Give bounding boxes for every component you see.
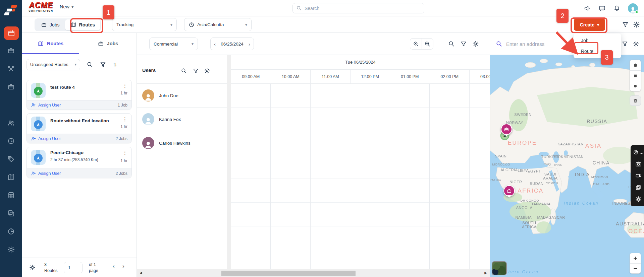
workspace-dropdown[interactable]: New ▾ (60, 4, 74, 9)
gear-icon[interactable] (29, 264, 36, 271)
announcements-icon[interactable] (584, 5, 591, 12)
tab-jobs[interactable]: Jobs (36, 19, 65, 30)
sidebar-item-teams[interactable] (0, 114, 22, 132)
prev-day-icon[interactable]: ‹ (214, 41, 216, 47)
user-avatar[interactable] (628, 3, 638, 13)
sidebar-item-jobs[interactable] (0, 42, 22, 60)
map-label: MOROCCO (492, 162, 510, 166)
prev-page-icon[interactable]: ‹ (113, 263, 115, 270)
explore-icon[interactable]: … (631, 146, 644, 158)
map-label: ALGERIA (500, 168, 518, 172)
gear-icon[interactable] (633, 21, 640, 28)
users-vertical-scrollbar[interactable] (227, 55, 231, 269)
routes-filter-select[interactable]: Unassigned Routes ▾ (26, 59, 80, 70)
sidebar-item-invoices[interactable] (0, 186, 22, 204)
draw-circle-icon[interactable] (630, 81, 641, 91)
route-icon (31, 83, 46, 98)
panel-tab-jobs[interactable]: Jobs (79, 33, 137, 54)
sidebar-item-assets[interactable] (0, 78, 22, 96)
time-slot: 09:00 AM (231, 70, 271, 83)
routes-pagination: 3 Routes of 1 page ‹ › (22, 258, 137, 277)
map-label: ASIA (585, 143, 602, 149)
draw-polygon-icon[interactable] (630, 60, 641, 70)
kebab-menu-icon[interactable]: ⋮ (122, 83, 127, 89)
gear-icon[interactable] (204, 68, 210, 74)
next-day-icon[interactable]: › (249, 41, 250, 47)
assign-user-link[interactable]: Assign User (31, 171, 61, 176)
timezone-select[interactable]: Asia/Calcutta ▾ (184, 18, 252, 31)
sort-icon[interactable]: ↑↓ (113, 62, 116, 68)
annotation-badge-2: 2 (556, 9, 569, 23)
routes-panel: Routes Jobs Unassigned Routes ▾ ↑↓ test … (22, 33, 137, 277)
dispatch-board: Commercial ▾ ‹ 06/25/2024 › Users (137, 33, 490, 277)
sidebar-item-settings[interactable] (0, 240, 22, 259)
schedule-grid[interactable] (231, 84, 490, 269)
sidebar-item-locations[interactable] (0, 168, 22, 186)
job-marker[interactable] (503, 185, 515, 197)
page-number-input[interactable] (64, 262, 83, 273)
sidebar-item-dispatch-board[interactable] (0, 96, 22, 114)
map-zoom-out-button[interactable]: − (630, 263, 641, 273)
layers-icon[interactable] (631, 182, 644, 193)
filter-icon[interactable] (460, 41, 467, 47)
map-draw-tools (630, 60, 641, 91)
draw-rectangle-icon[interactable] (630, 70, 641, 81)
user-row[interactable]: John Doe (137, 84, 227, 108)
scroll-left-icon[interactable]: ◀ (140, 271, 142, 275)
map-canvas[interactable]: SWEDENNORWAYRUSSIAEUROPEKAZAKHSTANASIASP… (490, 55, 644, 277)
person-plus-icon (31, 136, 36, 141)
filter-icon[interactable] (622, 21, 629, 28)
routes-count: 3 Routes (44, 262, 58, 274)
search-icon[interactable] (181, 68, 187, 74)
scroll-right-icon[interactable]: ▶ (484, 271, 487, 275)
satellite-layer-toggle[interactable] (492, 261, 507, 275)
zuper-logo-icon[interactable] (4, 3, 18, 17)
gear-icon[interactable] (472, 41, 479, 47)
video-icon[interactable] (631, 170, 644, 182)
sidebar-item-parts[interactable] (0, 150, 22, 168)
gear-icon[interactable] (633, 41, 639, 47)
annotation-badge-3: 3 (601, 50, 613, 65)
toolbar-divider (616, 19, 616, 30)
board-view-select[interactable]: Commercial ▾ (149, 38, 198, 50)
route-card[interactable]: Route without End location ⋮ 1 hr Assign… (26, 113, 132, 143)
filter-icon[interactable] (193, 68, 199, 74)
panel-tab-routes[interactable]: Routes (22, 33, 79, 54)
sidebar-item-reports[interactable] (0, 222, 22, 240)
assign-user-link[interactable]: Assign User (31, 136, 61, 141)
kebab-menu-icon[interactable]: ⋮ (122, 116, 127, 122)
user-row[interactable]: Karina Fox (137, 108, 227, 131)
kebab-menu-icon[interactable]: ⋮ (122, 150, 127, 156)
job-marker[interactable] (501, 124, 512, 135)
delete-shape-icon[interactable] (630, 95, 641, 106)
more-icon[interactable]: … (640, 150, 644, 155)
chat-icon[interactable] (598, 5, 606, 12)
assign-user-link[interactable]: Assign User (31, 102, 61, 108)
company-logo[interactable]: ACME CORPORATION (28, 1, 54, 12)
next-page-icon[interactable]: › (122, 263, 124, 270)
zoom-out-icon[interactable] (422, 39, 433, 49)
route-card[interactable]: test route 4 ⋮ 1 hr Assign User 1 Job (26, 80, 132, 110)
map-label: NIGER (509, 180, 522, 184)
search-icon[interactable] (448, 41, 455, 47)
map-icon (7, 173, 15, 181)
gear-icon[interactable] (631, 193, 644, 205)
global-search-input[interactable] (305, 6, 421, 11)
filter-icon[interactable] (622, 41, 628, 47)
sidebar-item-services[interactable] (0, 60, 22, 78)
search-icon[interactable] (87, 61, 93, 68)
timeline-horizontal-scrollbar[interactable]: ◀ ▶ (137, 269, 490, 277)
zoom-in-icon[interactable] (410, 39, 422, 49)
scrollbar-thumb[interactable] (221, 271, 356, 276)
sidebar-item-documents[interactable] (0, 204, 22, 222)
map-zoom-in-button[interactable]: + (630, 253, 641, 263)
notifications-bell-icon[interactable] (613, 5, 621, 12)
user-row[interactable]: Carlos Hawkins (137, 131, 227, 155)
route-card[interactable]: Peoria-Chicago 2 hr 37 min (253.5740 Km)… (26, 147, 132, 178)
sidebar-item-timesheets[interactable] (0, 132, 22, 150)
filter-icon[interactable] (100, 61, 106, 68)
camera-icon[interactable] (631, 158, 644, 170)
view-mode-select[interactable]: Tracking ▾ (112, 18, 177, 31)
gear-icon (7, 246, 15, 254)
date-value[interactable]: 06/25/2024 (221, 42, 244, 47)
